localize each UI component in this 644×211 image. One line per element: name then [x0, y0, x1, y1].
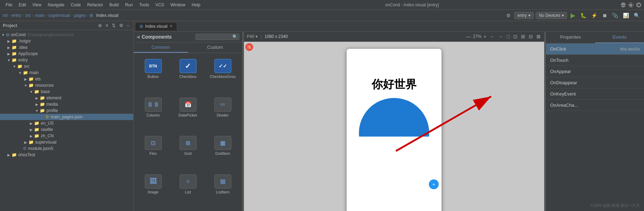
tree-item-profile[interactable]: ▼ 📁 profile — [0, 107, 133, 114]
tab-custom[interactable]: Custom — [188, 42, 243, 53]
tree-item-ets[interactable]: ▶ 📁 ets — [0, 76, 133, 82]
tree-item-src[interactable]: ▼ 📁 src — [0, 63, 133, 70]
menu-help[interactable]: Help — [189, 2, 203, 8]
undo-button[interactable]: ← — [489, 33, 496, 40]
breadcrumb-supervisual[interactable]: supervisual — [49, 13, 70, 18]
tree-label-zh-cn: zh_CN — [41, 133, 54, 138]
multi-preview-button[interactable]: ⊟ — [528, 33, 534, 40]
hide-sidebar-button[interactable]: – — [126, 22, 130, 28]
tree-item-appscope[interactable]: ▶ 📁 AppScope — [0, 51, 133, 57]
component-datepicker[interactable]: 📅 DatePicker — [171, 94, 205, 132]
event-row-onclick[interactable]: OnClick this.twoXe — [546, 44, 644, 55]
menu-run[interactable]: Run — [122, 2, 136, 8]
view-mode-button[interactable]: □ — [506, 33, 510, 40]
breadcrumb-entry[interactable]: entry — [12, 13, 21, 18]
breadcrumb-src[interactable]: src — [25, 13, 31, 18]
component-search-input[interactable] — [197, 34, 232, 39]
redo-button[interactable]: → — [498, 33, 504, 40]
menu-vcs[interactable]: VCS — [153, 2, 167, 8]
tab-close-button[interactable]: ✕ — [169, 24, 173, 28]
menu-navigate[interactable]: Navigate — [45, 2, 67, 8]
component-list[interactable]: ≡ List — [171, 171, 205, 209]
component-checkboxgroup[interactable]: ✓✓ CheckboxGrou — [206, 56, 239, 93]
component-divider[interactable]: ═ Divider — [206, 94, 239, 132]
inspect-button[interactable]: ⊞ — [520, 33, 526, 40]
selection-handle[interactable]: + — [429, 179, 439, 189]
component-grid[interactable]: ⊞ Grid — [171, 133, 205, 170]
event-row-onappear[interactable]: OnAppear — [546, 66, 644, 77]
run-button[interactable]: ▶ — [569, 11, 577, 20]
debug-button[interactable]: 🐛 — [579, 12, 588, 19]
tree-item-zh-cn[interactable]: ▶ 📁 zh_CN — [0, 133, 133, 139]
add-scope-button[interactable]: ⊕ — [97, 22, 103, 28]
event-row-ontouch[interactable]: OnTouch — [546, 55, 644, 66]
component-checkbox[interactable]: ✓ Checkbox — [171, 56, 205, 93]
menu-view[interactable]: View — [30, 2, 44, 8]
component-listitem[interactable]: ▤ ListItem — [206, 171, 239, 209]
device-selector[interactable]: No Devices ▾ — [536, 12, 567, 19]
component-column[interactable]: ⫼⫼ Column — [136, 94, 170, 132]
tree-arrow-src: ▼ — [13, 65, 16, 68]
tab-common[interactable]: Common — [134, 42, 188, 53]
tree-item-hvigor[interactable]: ▶ 📁 .hvigor — [0, 38, 133, 44]
tree-item-rawfile[interactable]: ▶ 📁 rawfile — [0, 126, 133, 133]
tree-item-media[interactable]: ▶ 📁 media — [0, 101, 133, 107]
tab-events[interactable]: Events — [595, 32, 644, 43]
global-search-button[interactable]: 🔍 — [632, 12, 641, 19]
close-button[interactable]: ✕ — [636, 2, 641, 7]
component-flex[interactable]: ⊡ Flex — [136, 133, 170, 170]
tree-item-idea[interactable]: ▶ 📁 .idea — [0, 44, 133, 51]
component-griditem[interactable]: ▦ GridItem — [206, 133, 239, 170]
device-selector-canvas[interactable]: P40 ▾ — [247, 34, 258, 39]
tab-index-visual[interactable]: ⊞ Index.visual ✕ — [135, 22, 177, 31]
collapse-all-button[interactable]: ≡ — [104, 22, 109, 28]
stop-button[interactable]: ⏹ — [601, 12, 608, 19]
tree-item-en-us[interactable]: ▶ 📁 en_US — [0, 120, 133, 126]
breadcrumb-nd[interactable]: nd — [3, 13, 7, 18]
event-row-onareacha[interactable]: OnAreaCha... — [546, 100, 644, 111]
error-badge: ! 1 — [245, 43, 253, 51]
breadcrumb-main[interactable]: main — [35, 13, 44, 18]
tree-item-module-json5[interactable]: ⚙ module.json5 — [0, 145, 133, 152]
menu-window[interactable]: Window — [168, 2, 188, 8]
component-image[interactable]: 🖼 Image — [136, 171, 170, 209]
component-button[interactable]: BTN Button — [136, 56, 170, 93]
event-row-ondisappear[interactable]: OnDisappear — [546, 77, 644, 88]
maximize-button[interactable]: ❐ — [629, 2, 633, 7]
collapse-components-icon[interactable]: ◀ — [136, 34, 140, 39]
tab-properties[interactable]: Properties — [546, 32, 595, 43]
menu-edit[interactable]: Edit — [16, 2, 29, 8]
sort-button[interactable]: ⇅ — [111, 22, 117, 28]
orientation-button[interactable]: ⊠ — [536, 33, 541, 40]
coverage-button[interactable]: 📊 — [622, 12, 630, 19]
tree-item-entry[interactable]: ▼ 📁 entry — [0, 57, 133, 63]
canvas-viewport[interactable]: ! 1 你好世界 跳转界面 — [244, 42, 544, 211]
project-settings-button[interactable]: ⚙ — [118, 22, 124, 28]
breadcrumb-pages[interactable]: pages — [74, 13, 86, 18]
zoom-in-button[interactable]: + — [483, 34, 486, 39]
tree-item-base[interactable]: ▼ 📁 base — [0, 88, 133, 95]
breadcrumb-sep-2: › — [32, 13, 34, 18]
preview-button[interactable]: ⊡ — [513, 33, 518, 40]
settings-icon[interactable]: ⚙ — [505, 12, 512, 19]
tree-item-main[interactable]: ▼ 📁 main — [0, 70, 133, 76]
tree-item-resources[interactable]: ▼ 📁 resources — [0, 82, 133, 88]
minimize-button[interactable]: — — [621, 2, 626, 7]
griditem-icon: ▦ — [214, 136, 231, 150]
grid-icon: ⊞ — [180, 136, 197, 150]
project-selector[interactable]: entry ▾ — [514, 12, 534, 19]
menu-refactor[interactable]: Refactor — [84, 2, 106, 8]
attach-button[interactable]: 📎 — [611, 12, 619, 19]
tree-item-main-pages-json[interactable]: ⚙ main_pages.json — [0, 114, 133, 120]
tree-item-oncond[interactable]: ▼ ⊞ onCond D:\hongmengDom\onCond — [0, 32, 133, 38]
menu-tools[interactable]: Tools — [136, 2, 152, 8]
menu-code[interactable]: Code — [68, 2, 84, 8]
event-row-onkeyevent[interactable]: OnKeyEvent — [546, 88, 644, 100]
zoom-out-button[interactable]: — — [466, 34, 471, 39]
menu-file[interactable]: File — [3, 2, 15, 8]
profile-button[interactable]: ⚡ — [590, 12, 599, 19]
tree-item-ohostest[interactable]: ▶ 📁 ohosTest — [0, 152, 133, 158]
menu-build[interactable]: Build — [107, 2, 122, 8]
tree-item-supervisual[interactable]: ▶ 📁 supervisual — [0, 139, 133, 145]
tree-item-element[interactable]: ▶ 📁 element — [0, 95, 133, 101]
